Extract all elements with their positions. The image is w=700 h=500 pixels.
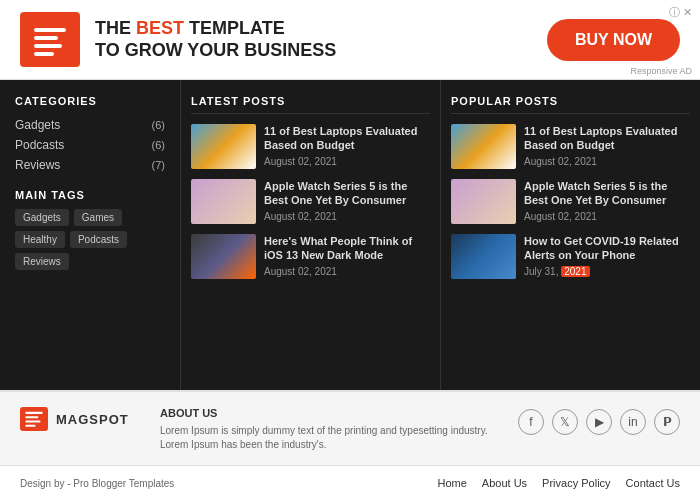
category-podcasts[interactable]: Podcasts (6) (15, 135, 165, 155)
latest-post-2-date: August 02, 2021 (264, 211, 430, 222)
bottom-link-contact[interactable]: Contact Us (626, 477, 680, 489)
popular-post-2-info: Apple Watch Series 5 is the Best One Yet… (524, 179, 690, 222)
footer-about-text: Lorem Ipsum is simply dummy text of the … (160, 424, 498, 452)
footer-about-title: ABOUT US (160, 407, 498, 419)
social-pinterest-icon[interactable]: 𝗣 (654, 409, 680, 435)
ad-close-button[interactable]: ⓘ ✕ (669, 5, 692, 20)
tag-healthy[interactable]: Healthy (15, 231, 65, 248)
category-reviews-name: Reviews (15, 158, 60, 172)
latest-post-2[interactable]: Apple Watch Series 5 is the Best One Yet… (191, 179, 430, 224)
category-podcasts-name: Podcasts (15, 138, 64, 152)
popular-posts-col: POPULAR POSTS 11 of Best Laptops Evaluat… (440, 80, 700, 390)
svg-rect-7 (25, 425, 35, 427)
latest-post-3-thumb (191, 234, 256, 279)
popular-post-2[interactable]: Apple Watch Series 5 is the Best One Yet… (451, 179, 690, 224)
footer-social: f 𝕏 ▶ in 𝗣 (518, 407, 680, 435)
category-gadgets-name: Gadgets (15, 118, 60, 132)
bottom-link-home[interactable]: Home (438, 477, 467, 489)
ad-logo-icon (20, 12, 80, 67)
latest-post-3[interactable]: Here's What People Think of iOS 13 New D… (191, 234, 430, 279)
latest-posts-col: LATEST POSTS 11 of Best Laptops Evaluate… (180, 80, 440, 390)
bottom-credit: Design by - Pro Blogger Templates (20, 478, 174, 489)
latest-post-1-date: August 02, 2021 (264, 156, 430, 167)
footer-logo-icon (20, 407, 48, 431)
popular-post-2-date: August 02, 2021 (524, 211, 690, 222)
buy-now-button[interactable]: BUY NOW (547, 19, 680, 61)
ad-left: THE BEST TEMPLATE TO GROW YOUR BUSINESS (20, 12, 336, 67)
popular-post-1-title: 11 of Best Laptops Evaluated Based on Bu… (524, 124, 690, 153)
popular-post-2-title: Apple Watch Series 5 is the Best One Yet… (524, 179, 690, 208)
popular-post-2-thumb (451, 179, 516, 224)
popular-post-1-date: August 02, 2021 (524, 156, 690, 167)
category-reviews[interactable]: Reviews (7) (15, 155, 165, 175)
categories-title: CATEGORIES (15, 95, 165, 107)
latest-post-1-title: 11 of Best Laptops Evaluated Based on Bu… (264, 124, 430, 153)
tag-games[interactable]: Games (74, 209, 122, 226)
tags-container: Gadgets Games Healthy Podcasts Reviews (15, 209, 165, 270)
tag-reviews[interactable]: Reviews (15, 253, 69, 270)
svg-rect-2 (34, 44, 62, 48)
bottom-link-privacy[interactable]: Privacy Policy (542, 477, 610, 489)
footer-logo: MAGSPOT (20, 407, 140, 431)
latest-post-2-info: Apple Watch Series 5 is the Best One Yet… (264, 179, 430, 222)
svg-rect-1 (34, 36, 58, 40)
svg-rect-3 (34, 52, 54, 56)
main-content-area: CATEGORIES Gadgets (6) Podcasts (6) Revi… (0, 80, 700, 390)
svg-rect-6 (25, 420, 40, 422)
ad-tagline: THE BEST TEMPLATE TO GROW YOUR BUSINESS (95, 18, 336, 61)
popular-post-3-info: How to Get COVID-19 Related Alerts on Yo… (524, 234, 690, 277)
footer-about: ABOUT US Lorem Ipsum is simply dummy tex… (140, 407, 518, 452)
tag-podcasts[interactable]: Podcasts (70, 231, 127, 248)
bottom-link-about[interactable]: About Us (482, 477, 527, 489)
latest-posts-title: LATEST POSTS (191, 95, 430, 114)
category-gadgets[interactable]: Gadgets (6) (15, 115, 165, 135)
popular-post-1-info: 11 of Best Laptops Evaluated Based on Bu… (524, 124, 690, 167)
latest-post-3-date: August 02, 2021 (264, 266, 430, 277)
ad-tagline2: TO GROW YOUR BUSINESS (95, 40, 336, 62)
ad-tagline-suffix: TEMPLATE (184, 18, 285, 38)
category-podcasts-count: (6) (152, 139, 165, 151)
tag-gadgets[interactable]: Gadgets (15, 209, 69, 226)
category-reviews-count: (7) (152, 159, 165, 171)
main-tags-title: MAIN TAGS (15, 189, 165, 201)
sidebar: CATEGORIES Gadgets (6) Podcasts (6) Revi… (0, 80, 180, 390)
latest-post-3-title: Here's What People Think of iOS 13 New D… (264, 234, 430, 263)
latest-post-1-thumb (191, 124, 256, 169)
popular-post-1-thumb (451, 124, 516, 169)
svg-rect-5 (25, 416, 38, 418)
social-youtube-icon[interactable]: ▶ (586, 409, 612, 435)
popular-posts-title: POPULAR POSTS (451, 95, 690, 114)
ad-tagline-prefix: THE (95, 18, 136, 38)
svg-rect-0 (34, 28, 66, 32)
popular-post-3-date-highlight: 2021 (561, 266, 589, 277)
social-linkedin-icon[interactable]: in (620, 409, 646, 435)
popular-post-3-date: July 31, 2021 (524, 266, 690, 277)
ad-tagline-highlight: BEST (136, 18, 184, 38)
bottom-bar: Design by - Pro Blogger Templates Home A… (0, 465, 700, 500)
popular-post-3-title: How to Get COVID-19 Related Alerts on Yo… (524, 234, 690, 263)
latest-post-2-title: Apple Watch Series 5 is the Best One Yet… (264, 179, 430, 208)
footer-area: MAGSPOT ABOUT US Lorem Ipsum is simply d… (0, 390, 700, 465)
ad-banner: THE BEST TEMPLATE TO GROW YOUR BUSINESS … (0, 0, 700, 80)
bottom-links: Home About Us Privacy Policy Contact Us (438, 477, 680, 489)
social-facebook-icon[interactable]: f (518, 409, 544, 435)
latest-post-3-info: Here's What People Think of iOS 13 New D… (264, 234, 430, 277)
footer-logo-text: MAGSPOT (56, 412, 129, 427)
latest-post-1[interactable]: 11 of Best Laptops Evaluated Based on Bu… (191, 124, 430, 169)
ad-responsive-label: Responsive AD (630, 66, 692, 76)
popular-post-3[interactable]: How to Get COVID-19 Related Alerts on Yo… (451, 234, 690, 279)
latest-post-2-thumb (191, 179, 256, 224)
social-twitter-icon[interactable]: 𝕏 (552, 409, 578, 435)
latest-post-1-info: 11 of Best Laptops Evaluated Based on Bu… (264, 124, 430, 167)
category-gadgets-count: (6) (152, 119, 165, 131)
popular-post-3-thumb (451, 234, 516, 279)
popular-post-1[interactable]: 11 of Best Laptops Evaluated Based on Bu… (451, 124, 690, 169)
svg-rect-4 (25, 412, 42, 414)
